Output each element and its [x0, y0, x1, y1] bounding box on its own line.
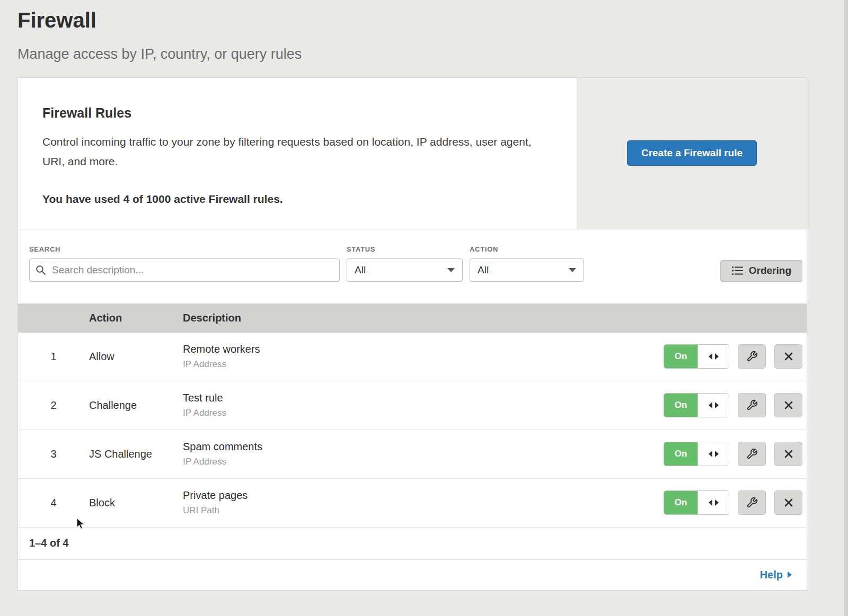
- help-link[interactable]: Help: [760, 569, 792, 581]
- action-select-value: All: [478, 264, 489, 276]
- firewall-rules-intro: Firewall Rules Control incoming traffic …: [18, 78, 807, 229]
- rule-enabled-toggle[interactable]: On: [664, 442, 729, 466]
- rule-description: Remote workers: [183, 343, 664, 355]
- create-rule-panel: Create a Firewall rule: [577, 78, 807, 229]
- rule-controls: On: [664, 344, 802, 369]
- rule-match-type: URI Path: [183, 505, 664, 516]
- rule-match-type: IP Address: [183, 359, 664, 370]
- wrench-icon: [746, 497, 758, 508]
- delete-rule-button[interactable]: [774, 490, 802, 515]
- edit-rule-button[interactable]: [738, 442, 766, 466]
- search-icon: [36, 265, 46, 275]
- close-icon: [784, 498, 793, 507]
- rule-action: JS Challenge: [89, 448, 183, 460]
- rule-match-type: IP Address: [183, 457, 664, 467]
- rule-enabled-toggle[interactable]: On: [664, 344, 729, 369]
- status-select-value: All: [355, 264, 366, 276]
- column-header-action: Action: [89, 312, 183, 324]
- edit-rule-button[interactable]: [738, 393, 766, 417]
- rule-action: Block: [89, 497, 183, 509]
- rule-priority: 1: [18, 351, 89, 363]
- toggle-on-label[interactable]: On: [664, 394, 697, 417]
- rule-priority: 4: [18, 497, 89, 509]
- delete-rule-button[interactable]: [774, 442, 802, 466]
- search-label: SEARCH: [29, 245, 340, 253]
- rule-description: Spam comments: [183, 441, 664, 453]
- rule-description-cell: Test rule IP Address: [183, 392, 664, 418]
- firewall-rules-card: Firewall Rules Control incoming traffic …: [17, 77, 807, 591]
- rule-action: Allow: [89, 351, 183, 363]
- ordering-button-label: Ordering: [749, 265, 791, 276]
- chevron-down-icon: [569, 268, 576, 272]
- table-header: Action Description: [18, 303, 807, 333]
- table-row: 4 Block Private pages URI Path On: [18, 479, 807, 528]
- help-row: Help: [18, 559, 807, 590]
- table-row: 2 Challenge Test rule IP Address On: [18, 381, 807, 430]
- rule-enabled-toggle[interactable]: On: [664, 393, 729, 417]
- rule-priority: 2: [18, 399, 89, 412]
- page-title: Firewall: [17, 8, 848, 32]
- edit-rule-button[interactable]: [738, 344, 766, 369]
- rule-action: Challenge: [89, 399, 183, 412]
- action-label: ACTION: [470, 245, 584, 253]
- rule-match-type: IP Address: [183, 408, 664, 418]
- status-label: STATUS: [347, 245, 463, 253]
- toggle-arrows-icon[interactable]: [697, 345, 729, 368]
- panel-description: Control incoming traffic to your zone by…: [42, 132, 546, 172]
- rule-controls: On: [664, 393, 802, 417]
- search-filter: SEARCH: [29, 245, 340, 282]
- wrench-icon: [746, 351, 758, 362]
- toggle-on-label[interactable]: On: [664, 345, 697, 368]
- rule-controls: On: [664, 442, 802, 466]
- edit-rule-button[interactable]: [738, 490, 766, 515]
- ordering-button[interactable]: Ordering: [720, 260, 802, 282]
- filters-bar: SEARCH STATUS All ACTION All: [18, 229, 807, 303]
- help-link-label: Help: [760, 569, 783, 581]
- help-arrow-icon: [788, 572, 792, 578]
- rule-description-cell: Private pages URI Path: [183, 489, 664, 516]
- close-icon: [784, 449, 793, 459]
- toggle-arrows-icon[interactable]: [697, 442, 729, 466]
- panel-title: Firewall Rules: [42, 105, 552, 121]
- search-box: [29, 258, 340, 282]
- intro-text-block: Firewall Rules Control incoming traffic …: [18, 78, 577, 229]
- column-header-description: Description: [183, 312, 802, 324]
- delete-rule-button[interactable]: [774, 344, 802, 369]
- window-edge: [844, 0, 848, 616]
- toggle-arrows-icon[interactable]: [697, 394, 729, 417]
- rule-description-cell: Remote workers IP Address: [183, 343, 664, 370]
- usage-text: You have used 4 of 1000 active Firewall …: [42, 193, 552, 206]
- page-subtitle: Manage access by IP, country, or query r…: [17, 46, 848, 63]
- status-select[interactable]: All: [347, 258, 463, 282]
- rule-controls: On: [664, 490, 802, 515]
- rule-priority: 3: [18, 448, 89, 460]
- toggle-on-label[interactable]: On: [664, 442, 697, 466]
- toggle-arrows-icon[interactable]: [697, 491, 729, 514]
- action-filter: ACTION All: [470, 245, 584, 282]
- pagination: 1–4 of 4: [18, 528, 807, 559]
- action-select[interactable]: All: [470, 258, 584, 282]
- table-row: 3 JS Challenge Spam comments IP Address …: [18, 430, 807, 479]
- rule-description: Test rule: [183, 392, 664, 404]
- rule-description-cell: Spam comments IP Address: [183, 441, 664, 467]
- search-input[interactable]: [29, 258, 340, 282]
- table-row: 1 Allow Remote workers IP Address On: [18, 333, 807, 381]
- status-filter: STATUS All: [347, 245, 463, 282]
- page-header: Firewall Manage access by IP, country, o…: [0, 0, 848, 63]
- wrench-icon: [746, 399, 758, 411]
- ordering-list-icon: [731, 265, 743, 276]
- rule-enabled-toggle[interactable]: On: [664, 490, 729, 515]
- create-firewall-rule-button[interactable]: Create a Firewall rule: [627, 140, 757, 166]
- wrench-icon: [746, 448, 758, 460]
- rule-description: Private pages: [183, 489, 664, 502]
- delete-rule-button[interactable]: [774, 393, 802, 417]
- chevron-down-icon: [447, 268, 455, 272]
- close-icon: [784, 352, 793, 361]
- close-icon: [784, 400, 793, 410]
- toggle-on-label[interactable]: On: [664, 491, 697, 514]
